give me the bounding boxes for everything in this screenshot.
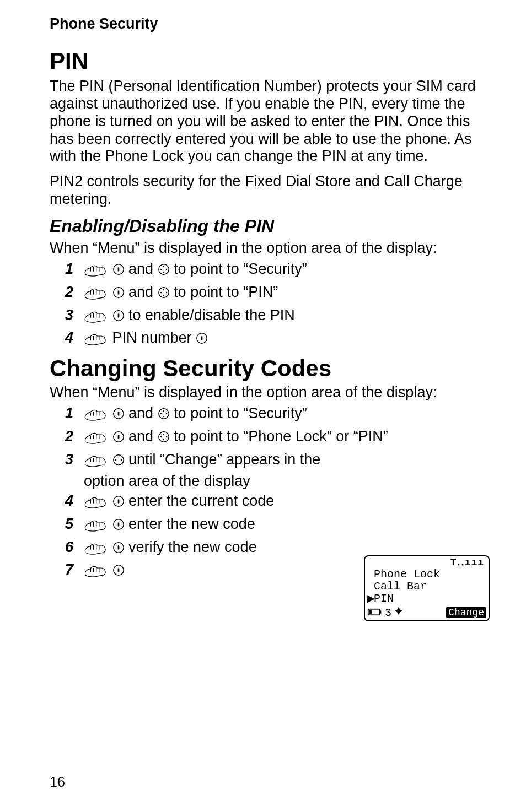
step-number: 3 — [65, 451, 84, 469]
lcd-status-bar: 3 Change — [366, 605, 487, 619]
step-number: 1 — [65, 260, 84, 279]
nav-diamond-icon — [394, 606, 404, 619]
select-button-icon — [112, 429, 125, 448]
hand-icon — [84, 332, 107, 351]
step-item: 3 until “Change” appears in the option a… — [65, 451, 490, 491]
select-button-icon — [112, 540, 125, 559]
select-button-icon — [112, 406, 125, 425]
step-number: 5 — [65, 515, 84, 534]
nav-button-icon — [158, 285, 170, 304]
step-number: 4 — [65, 492, 84, 511]
step-text: and — [128, 261, 158, 277]
select-button-icon — [112, 517, 125, 535]
lcd-menu-item: Call Bar — [366, 581, 487, 593]
step-number: 2 — [65, 427, 84, 446]
step-number: 2 — [65, 283, 84, 302]
changing-codes-lead: When “Menu” is displayed in the option a… — [50, 384, 490, 401]
heading-enable-pin: Enabling/Disabling the PIN — [50, 216, 490, 236]
step-item: 3 to enable/disable the PIN — [65, 306, 490, 328]
enable-pin-lead: When “Menu” is displayed in the option a… — [50, 240, 490, 257]
step-number: 6 — [65, 538, 84, 557]
select-button-icon — [112, 285, 125, 304]
chapter-title: Phone Security — [50, 15, 490, 33]
step-number: 3 — [65, 306, 84, 325]
hand-icon — [84, 542, 107, 560]
step-number: 4 — [65, 329, 84, 348]
enable-pin-steps: 1 and to point to “Security” 2 and to po… — [50, 260, 490, 351]
step-number: 7 — [65, 561, 84, 580]
pin-paragraph-2: PIN2 controls security for the Fixed Dia… — [50, 173, 490, 208]
nav-button-icon — [158, 406, 170, 425]
hand-icon — [84, 286, 107, 305]
step-item: 2 and to point to “PIN” — [65, 283, 490, 305]
step-item: 4 enter the current code — [65, 492, 490, 514]
step-text: to point to “Security” — [174, 261, 307, 277]
select-button-icon — [112, 562, 125, 581]
step-text: and — [128, 284, 158, 300]
selection-arrow-icon: ▶ — [367, 593, 374, 604]
heading-changing-codes: Changing Security Codes — [50, 355, 490, 382]
step-text: verify the new code — [128, 539, 257, 555]
lcd-count: 3 — [385, 607, 391, 619]
step-text: until “Change” appears in the — [128, 451, 320, 468]
hand-icon — [84, 518, 107, 537]
step-text: enter the current code — [128, 492, 274, 509]
select-button-icon — [112, 494, 125, 512]
hand-icon — [84, 454, 107, 473]
step-item: 2 and to point to “Phone Lock” or “PIN” — [65, 427, 490, 450]
step-text: enter the new code — [128, 516, 255, 532]
step-text: to point to “Phone Lock” or “PIN” — [174, 428, 388, 445]
select-button-icon — [196, 331, 208, 349]
step-text: to point to “PIN” — [174, 284, 278, 300]
step-number: 1 — [65, 404, 84, 423]
lcd-menu-item: Phone Lock — [366, 569, 487, 581]
step-text: and — [128, 405, 158, 421]
step-item: 1 and to point to “Security” — [65, 260, 490, 282]
signal-indicator-icon: Τ․․ııı — [366, 559, 487, 569]
hand-icon — [84, 263, 107, 282]
hand-icon — [84, 408, 107, 426]
step-text: to point to “Security” — [174, 405, 307, 421]
step-text: option area of the display — [84, 472, 382, 491]
step-text: to enable/disable the PIN — [128, 307, 295, 323]
hand-icon — [84, 495, 107, 514]
select-button-icon — [112, 262, 125, 280]
select-button-icon — [112, 308, 125, 327]
battery-icon — [367, 607, 383, 619]
step-text: and — [128, 428, 158, 445]
heading-pin: PIN — [50, 48, 490, 74]
step-item: 4 PIN number — [65, 329, 490, 351]
step-text: PIN number — [112, 329, 196, 346]
nav-button-icon — [158, 262, 170, 280]
nav-horizontal-icon — [112, 452, 125, 471]
hand-icon — [84, 310, 107, 328]
lcd-menu-item-selected: ▶PIN — [366, 593, 487, 605]
step-item: 1 and to point to “Security” — [65, 404, 490, 426]
step-item: 5 enter the new code — [65, 515, 490, 537]
hand-icon — [84, 431, 107, 450]
phone-display-figure: Τ․․ııı Phone Lock Call Bar ▶PIN 3 Change — [364, 555, 490, 621]
nav-button-icon — [158, 429, 170, 448]
hand-icon — [84, 564, 107, 583]
pin-paragraph-1: The PIN (Personal Identification Number)… — [50, 78, 490, 165]
page-number: 16 — [50, 774, 65, 790]
softkey-label: Change — [446, 607, 486, 618]
lcd-menu-label: PIN — [374, 592, 394, 605]
